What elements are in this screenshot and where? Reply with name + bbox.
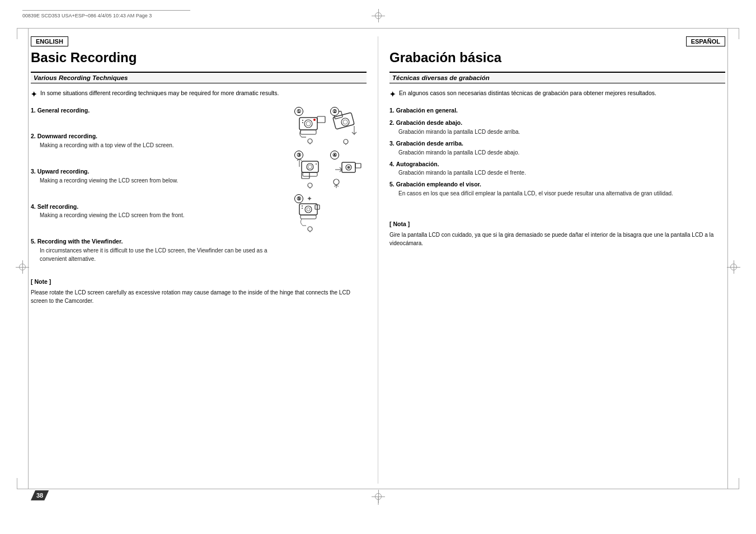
images-row-3-4: ③ [294,150,367,189]
english-numbered-list: 1. General recording. 2. Downward record… [31,106,288,266]
sp-item-2-num: 2. [389,119,395,126]
svg-point-14 [344,139,348,144]
right-border [727,28,728,489]
item-4-label: Self recording. [37,203,79,210]
main-content: ENGLISH Basic Recording Various Recordin… [31,36,725,484]
sp-item-1-label: Grabación en general. [396,107,458,114]
item-5-title: 5. [31,238,36,245]
crosshair-left [16,260,29,274]
english-note-title: [ Note ] [31,278,367,287]
sp-item-2-desc: Grabación mirando la pantalla LCD desde … [389,128,725,136]
svg-point-28 [334,179,339,185]
page-number-badge: 38 [31,490,49,500]
spanish-column: ESPAÑOL Grabación básica Técnicas divers… [378,36,725,484]
english-note-text: Please rotate the LCD screen carefully a… [31,288,367,305]
image-3-wrapper: ③ [294,150,326,189]
svg-point-7 [313,119,316,121]
svg-rect-16 [302,161,318,172]
svg-point-11 [341,118,349,126]
corner-mark-tl [17,28,28,39]
bullet-cross-en: ✦ [31,89,37,100]
svg-point-35 [308,227,312,231]
sp-item-3-desc: Grabación mirando la pantalla LCD desde … [389,148,725,157]
image-1-wrapper: ① [294,106,326,146]
images-row-5: ⑤ ✦ [294,194,367,233]
svg-point-6 [302,122,303,123]
images-row-1-2: ① [294,106,367,146]
spanish-item-2: 2. Grabación desde abajo. Grabación mira… [389,119,725,136]
english-images: ① [294,106,367,271]
spanish-item-4: 4. Autograbación. Grabación mirando la p… [389,160,725,177]
english-intro-text: In some situations different recording t… [40,89,279,100]
spanish-subtitle: Técnicas diversas de grabación [389,72,725,83]
spanish-intro-text: En algunos casos son necesarias distinta… [399,89,656,100]
top-border [28,28,728,29]
header-ref: 00839E SCD353 USA+ESP~086 4/4/05 10:43 A… [22,10,190,18]
spanish-badge: ESPAÑOL [686,36,725,46]
english-item-5: 5. Recording with the Viewfinder. In cir… [31,237,288,263]
svg-rect-20 [303,172,317,176]
item-3-desc: Making a recording viewing the LCD scree… [31,176,288,185]
svg-point-5 [302,120,303,121]
bullet-cross-es: ✦ [389,89,396,100]
english-item-2: 2. Downward recording. Making a recordin… [31,132,288,149]
bottom-border [28,489,728,489]
svg-point-18 [308,165,312,169]
left-border [28,28,29,489]
svg-point-26 [348,166,350,169]
item-2-label: Downward recording. [37,133,97,139]
svg-rect-4 [300,130,316,134]
spanish-note-title: [ Nota ] [389,220,725,229]
spanish-item-1: 1. Grabación en general. [389,106,725,115]
sp-item-3-num: 3. [389,140,395,147]
english-item-4: 4. Self recording. Making a recording vi… [31,203,288,220]
spanish-title: Grabación básica [389,50,725,66]
english-intro: ✦ In some situations different recording… [31,89,367,100]
spanish-numbered-list: 1. Grabación en general. 2. Grabación de… [389,106,725,198]
svg-rect-34 [300,215,316,219]
svg-text:✦: ✦ [307,195,312,203]
svg-point-22 [308,183,312,188]
image-2-wrapper: ② [330,106,362,146]
english-note: [ Note ] Please rotate the LCD screen ca… [31,278,367,305]
sp-item-2-label: Grabación desde abajo. [396,119,462,126]
english-badge: ENGLISH [31,36,68,46]
svg-point-38 [302,208,303,209]
sp-item-5-num: 5. [389,181,395,188]
sp-item-5-desc: En casos en los que sea difícil emplear … [389,189,725,198]
svg-point-37 [302,205,303,207]
crosshair-top [372,9,385,22]
spanish-item-3: 3. Grabación desde arriba. Grabación mir… [389,139,725,157]
svg-point-17 [307,163,313,170]
image-4-wrapper: ④ [330,150,362,189]
corner-mark-br [728,478,739,489]
item-4-desc: Making a recording viewing the LCD scree… [31,211,288,219]
item-4-title: 4. [31,203,36,210]
svg-point-32 [307,208,310,211]
english-item-3: 3. Upward recording. Making a recording … [31,167,288,185]
sp-item-4-label: Autograbación. [396,161,439,167]
english-subtitle: Various Recording Techniques [31,72,367,83]
image-5-wrapper: ⑤ ✦ [294,194,326,233]
svg-point-12 [343,120,348,124]
item-1-label: General recording. [37,107,90,114]
svg-point-31 [305,206,312,213]
item-5-label: Recording with the Viewfinder. [37,238,123,245]
svg-point-8 [308,139,312,143]
svg-rect-30 [299,204,317,215]
english-title: Basic Recording [31,50,367,66]
sp-item-1-num: 1. [389,107,395,114]
item-1-title: 1. [31,107,36,114]
crosshair-right [727,260,740,274]
sp-item-3-label: Grabación desde arriba. [396,140,463,147]
corner-mark-bl [17,478,28,489]
svg-rect-3 [317,116,325,123]
svg-point-1 [304,120,312,128]
sp-item-4-desc: Grabación mirando la pantalla LCD desde … [389,168,725,177]
page-number: 38 [31,490,49,500]
item-2-desc: Making a recording with a top view of th… [31,141,288,149]
svg-point-2 [306,121,311,126]
corner-mark-tr [728,28,739,39]
sp-item-5-label: Grabación empleando el visor. [396,181,481,188]
spanish-intro: ✦ En algunos casos son necesarias distin… [389,89,725,100]
